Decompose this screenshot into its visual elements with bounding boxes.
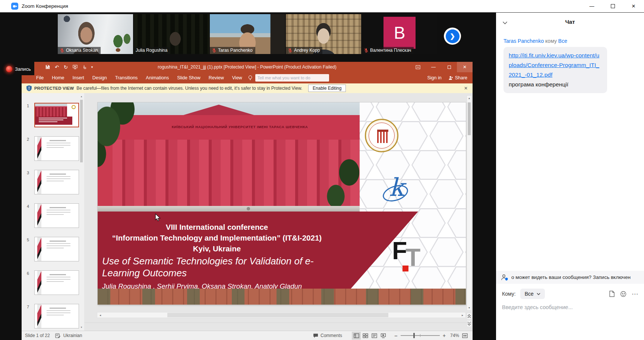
ribbon-display-options-icon[interactable] [410,62,426,72]
file-attach-icon[interactable] [609,290,615,297]
comments-icon[interactable] [313,333,318,338]
slide-thumbnail-panel: 1234567 ▴ ▾ [22,93,84,331]
ribbon-tab-file[interactable]: File [32,72,48,83]
share-button[interactable]: Share [448,75,467,80]
building-caption: КИЇВСЬКИЙ НАЦІОНАЛЬНИЙ УНІВЕРСИТЕТ ІМЕНІ… [127,125,352,129]
slide-thumbnail[interactable] [34,270,79,295]
sign-in-link[interactable]: Sign in [427,75,441,80]
ribbon-tab-animations[interactable]: Animations [142,72,173,83]
slide-counter: Slide 1 of 22 [25,333,50,338]
chat-title: Чат [496,13,644,31]
scroll-left-icon[interactable]: ◂ [97,314,103,317]
participant-name: Andrey Kopp [286,47,322,54]
save-icon[interactable] [45,65,50,69]
maximize-button[interactable] [602,0,623,13]
ribbon-tab-view[interactable]: View [228,72,246,83]
slide-canvas[interactable]: КИЇВСЬКИЙ НАЦІОНАЛЬНИЙ УНІВЕРСИТЕТ ІМЕНІ… [98,102,466,305]
ppt-minimize-button[interactable]: — [426,62,441,72]
mini-ribbon [37,137,41,161]
thumbnail-scrollbar[interactable]: ▴ ▾ [80,95,83,329]
ppt-maximize-button[interactable] [441,62,457,72]
tell-me-search-input[interactable] [255,74,329,82]
participant-tile[interactable]: Julia Rogushina [134,14,209,54]
zoom-slider[interactable] [401,335,440,336]
slideshow-view-button[interactable] [379,332,388,340]
participant-name-label: Taras Panchenko [218,48,253,53]
recipient-dropdown[interactable]: Все [520,289,545,299]
start-slideshow-icon[interactable] [73,65,78,69]
ribbon-tab-home[interactable]: Home [48,72,68,83]
slide-thumbnail[interactable] [34,237,79,261]
message-text: програма конференції [509,81,568,88]
scrollbar-thumb[interactable] [80,100,83,162]
ppt-close-button[interactable]: ✕ [457,62,473,72]
message-sender[interactable]: Taras Panchenko [503,38,544,44]
more-options-icon[interactable]: ⋯ [632,290,638,298]
participant-tile[interactable]: Andrey Kopp [286,14,361,54]
protected-bar-close-icon[interactable]: ✕ [464,86,468,91]
scrollbar-thumb[interactable] [468,102,471,135]
fit-to-window-icon[interactable] [462,333,468,338]
undo-icon[interactable]: ↶ [55,65,59,70]
ribbon-tab-review[interactable]: Review [205,72,228,83]
ribbon-tab-insert[interactable]: Insert [69,72,88,83]
slide-number: 7 [27,305,29,309]
compose-row: Кому: Все ⋯ [502,289,638,299]
reading-view-button[interactable] [370,332,379,340]
scrollbar-track[interactable] [103,312,460,318]
slide-thumbnail[interactable] [34,103,79,127]
mini-title-line [50,241,66,242]
scroll-up-icon[interactable]: ▴ [80,95,83,98]
participant-name-label: Валентина Плескач [370,48,411,53]
proofing-icon[interactable] [55,333,60,338]
comments-label[interactable]: Comments [321,333,342,338]
slide-thumbnail[interactable] [34,304,79,328]
ribbon-tab-slide-show[interactable]: Slide Show [173,72,205,83]
participant-tile[interactable]: Taras Panchenko [210,14,285,54]
slide-thumbnail[interactable] [34,203,79,228]
enable-editing-button[interactable]: Enable Editing [308,85,346,92]
language-indicator[interactable]: Ukrainian [63,333,82,338]
scroll-right-icon[interactable]: ▸ [460,314,465,317]
notice-text: о может видеть ваши сообщения? Запись вк… [511,274,631,280]
scroll-down-icon[interactable]: ▾ [80,326,83,329]
chevron-down-icon[interactable] [502,19,508,26]
zoom-out-button[interactable]: − [394,333,398,339]
to-label: Кому: [502,291,516,297]
participant-tile[interactable]: Oksana Strokan [58,14,133,54]
scroll-up-icon[interactable]: ▴ [467,96,471,100]
scrollbar-thumb[interactable] [167,313,388,317]
redo-icon[interactable]: ↻ [64,65,68,70]
minimize-button[interactable]: — [581,0,602,13]
touch-mode-icon[interactable] [82,65,86,69]
slide-sorter-view-button[interactable] [361,332,370,340]
zoom-slider-thumb[interactable] [413,333,415,338]
ribbon-tab-design[interactable]: Design [88,72,111,83]
horizontal-scrollbar[interactable]: ◂ ▸ [97,312,466,318]
zoom-in-button[interactable]: + [443,333,446,339]
slide-thumbnail[interactable] [34,136,79,161]
close-button[interactable]: ✕ [623,0,644,13]
normal-view-button[interactable] [352,332,361,340]
message-recipient[interactable]: Все [558,38,567,44]
ribbon-tab-transitions[interactable]: Transitions [111,72,142,83]
vertical-scrollbar[interactable]: ▴ ▾ [467,95,472,311]
qat-customize-icon[interactable]: ▾ [91,66,93,69]
next-slide-button[interactable] [467,320,472,327]
next-participants-button[interactable]: ❯ [444,28,461,45]
emoji-icon[interactable] [620,291,626,297]
slide-number: 3 [27,171,29,175]
faculty-k-logo: k [381,173,414,207]
message-link[interactable]: http://iti.fit.univ.kiev.ua/wp-content/u… [509,51,602,80]
participant-tile[interactable]: BВалентина Плескач [362,14,437,54]
protected-view-message: Be careful—files from the Internet can c… [76,86,302,91]
scroll-down-icon[interactable]: ▾ [467,306,471,309]
ft-logo: F T [392,236,437,281]
previous-slide-button[interactable] [467,313,472,320]
zoom-meeting-window: Zoom Конференция — ✕ Oksana StrokanJulia… [0,0,644,340]
slide-thumbnail[interactable] [34,170,79,194]
zoom-percentage[interactable]: 74% [446,333,459,338]
ppt-content-area: 1234567 ▴ ▾ КИЇВСЬКИЙ НАЦ [22,93,473,331]
participant-name: Taras Panchenko [210,47,255,54]
chat-message-input[interactable] [502,304,638,310]
